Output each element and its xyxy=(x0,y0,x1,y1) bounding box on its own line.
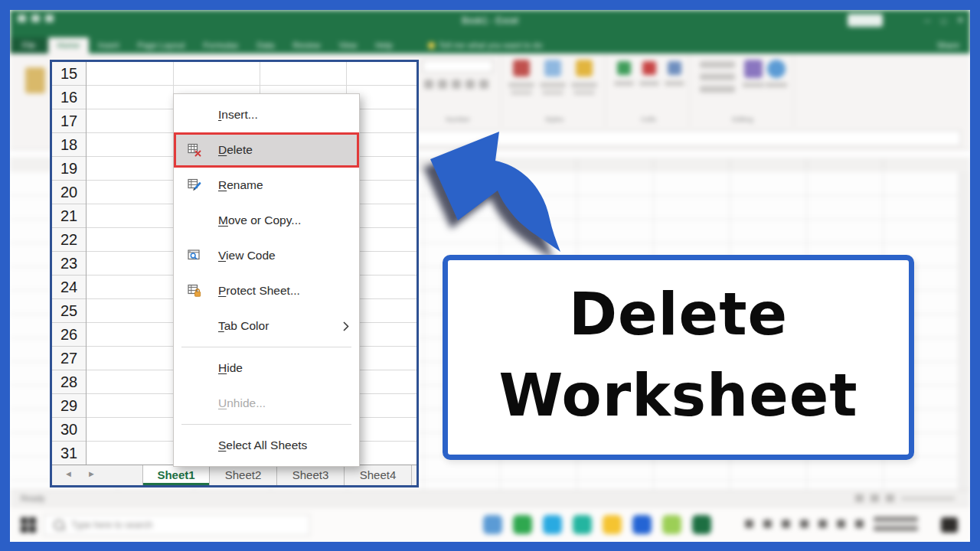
ribbon-tab-data[interactable]: Data xyxy=(247,37,283,54)
view-code-icon xyxy=(188,249,202,262)
vertical-scrollbar[interactable] xyxy=(959,172,970,490)
tray-icon[interactable] xyxy=(855,520,864,528)
ribbon-tab-page-layout[interactable]: Page Layout xyxy=(129,37,194,54)
taskbar-app-icon[interactable] xyxy=(543,515,562,534)
ribbon-icon-blob xyxy=(665,81,684,86)
row-header-31[interactable]: 31 xyxy=(52,442,86,465)
zoom-slider[interactable] xyxy=(901,497,955,500)
row-header-26[interactable]: 26 xyxy=(52,323,86,347)
menu-item-rename[interactable]: Rename xyxy=(174,168,359,203)
ribbon-icon-blob xyxy=(573,90,595,95)
ribbon-group-editing: Editing xyxy=(692,54,794,126)
ribbon-tab-formulas[interactable]: Formulas xyxy=(194,37,247,54)
row-header-24[interactable]: 24 xyxy=(52,276,86,299)
sheet-nav-left-icon[interactable]: ◄ xyxy=(64,469,73,478)
row-header-16[interactable]: 16 xyxy=(52,86,86,109)
minimize-icon[interactable]: ─ xyxy=(924,16,930,25)
maximize-icon[interactable]: □ xyxy=(941,16,946,25)
ribbon-icon-blob xyxy=(614,81,634,86)
row-header-30[interactable]: 30 xyxy=(52,418,86,442)
row-header-19[interactable]: 19 xyxy=(52,157,86,181)
grid-line xyxy=(87,85,416,86)
ribbon-tab-bar: FileHomeInsertPage LayoutFormulasDataRev… xyxy=(10,36,970,54)
search-icon xyxy=(54,520,64,530)
row-header-23[interactable]: 23 xyxy=(52,252,86,276)
status-bar: Ready xyxy=(10,490,970,507)
sheet-nav-right-icon[interactable]: ► xyxy=(87,469,96,478)
tray-icon[interactable] xyxy=(763,520,772,528)
window-title: Book1 - Excel xyxy=(10,15,970,26)
sheet-tab-sheet4[interactable]: Sheet4 xyxy=(345,465,412,485)
ribbon-group-label: Editing xyxy=(692,116,793,123)
taskbar-app-icon[interactable] xyxy=(483,515,502,534)
menu-item-label: Delete xyxy=(218,143,253,157)
ribbon-tab-help[interactable]: Help xyxy=(366,37,402,54)
row-header-22[interactable]: 22 xyxy=(52,228,86,252)
row-header-18[interactable]: 18 xyxy=(52,133,86,157)
normal-view-icon[interactable] xyxy=(855,494,864,502)
row-header-27[interactable]: 27 xyxy=(52,347,86,370)
ribbon-icon-blob xyxy=(25,67,45,93)
taskbar-search[interactable]: Type here to search xyxy=(44,514,310,536)
tray-icon[interactable] xyxy=(782,520,790,528)
row-header-21[interactable]: 21 xyxy=(52,204,86,228)
menu-item-unhide[interactable]: Unhide... xyxy=(174,386,359,421)
callout-line2: Worksheet xyxy=(448,355,909,436)
tell-me-box[interactable]: Tell me what you want to do xyxy=(428,41,543,54)
submenu-chevron-icon xyxy=(343,321,349,334)
menu-item-hide[interactable]: Hide xyxy=(174,350,359,386)
taskbar-app-icon[interactable] xyxy=(603,515,622,534)
menu-item-view-code[interactable]: View Code xyxy=(174,238,359,273)
share-button[interactable]: Share xyxy=(926,37,970,54)
taskbar-app-icon[interactable] xyxy=(632,515,652,534)
ribbon-tab-view[interactable]: View xyxy=(330,37,367,54)
ribbon-icon-blob xyxy=(743,83,764,87)
taskbar-app-icon[interactable] xyxy=(662,515,681,534)
menu-item-protect-sheet[interactable]: Protect Sheet... xyxy=(174,273,359,308)
ribbon-icon-blob xyxy=(513,60,530,77)
menu-item-select-all-sheets[interactable]: Select All Sheets xyxy=(174,428,359,463)
sheet-tab-sheet3[interactable]: Sheet3 xyxy=(277,465,345,485)
page-break-view-icon[interactable] xyxy=(886,494,894,502)
context-menu: Insert...DeleteRenameMove or Copy...View… xyxy=(173,93,360,467)
start-button[interactable] xyxy=(21,517,36,533)
highlighted-region: 1516171819202122232425262728293031 ◄ ► S… xyxy=(50,60,419,487)
ribbon-tab-home[interactable]: Home xyxy=(48,37,89,54)
menu-item-label: Hide xyxy=(218,361,243,375)
menu-item-move-or-copy[interactable]: Move or Copy... xyxy=(174,203,359,238)
sheet-tab-sheet2[interactable]: Sheet2 xyxy=(210,465,277,485)
ribbon-icon-blob xyxy=(617,61,631,75)
taskbar-app-icon[interactable] xyxy=(513,515,532,534)
menu-item-delete[interactable]: Delete xyxy=(174,132,359,168)
ribbon-icon-blob xyxy=(544,60,561,77)
ribbon-tab-file[interactable]: File xyxy=(10,37,48,54)
sheet-tab-sheet1[interactable]: Sheet1 xyxy=(142,465,210,485)
tray-icon[interactable] xyxy=(745,520,753,528)
row-header-17[interactable]: 17 xyxy=(52,109,86,133)
row-header-25[interactable]: 25 xyxy=(52,299,86,323)
menu-item-insert[interactable]: Insert... xyxy=(174,97,359,132)
row-header-29[interactable]: 29 xyxy=(52,394,86,418)
tray-icon[interactable] xyxy=(800,520,808,528)
tray-icon[interactable] xyxy=(818,520,827,528)
taskbar-app-icon[interactable] xyxy=(692,515,711,534)
ribbon-tab-insert[interactable]: Insert xyxy=(89,37,129,54)
row-header-20[interactable]: 20 xyxy=(52,181,86,204)
close-icon[interactable]: ✕ xyxy=(957,15,964,25)
tray-icon[interactable] xyxy=(837,520,845,528)
ribbon-icon-blob xyxy=(642,61,656,75)
row-header-28[interactable]: 28 xyxy=(52,370,86,394)
notification-center-icon[interactable] xyxy=(941,517,958,533)
column-header-separator xyxy=(653,159,654,170)
ribbon-icon-blob xyxy=(438,80,447,89)
menu-item-label: Unhide... xyxy=(218,396,266,410)
ribbon-tab-review[interactable]: Review xyxy=(283,37,329,54)
protect-sheet-icon xyxy=(188,284,202,298)
menu-item-tab-color[interactable]: Tab Color xyxy=(174,308,359,344)
ribbon-icon-blob xyxy=(452,80,461,89)
taskbar-app-icon[interactable] xyxy=(573,515,592,534)
page-layout-view-icon[interactable] xyxy=(871,494,879,502)
ribbon-icon-blob xyxy=(700,61,735,68)
sign-in-button[interactable] xyxy=(848,14,883,27)
row-header-15[interactable]: 15 xyxy=(52,62,86,86)
